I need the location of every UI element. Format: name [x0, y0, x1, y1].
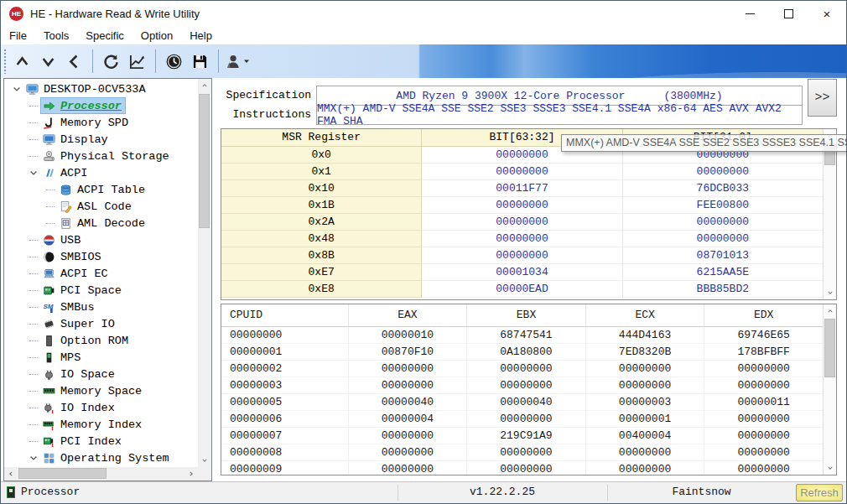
nav-back-button[interactable]: [61, 47, 87, 75]
menu-help[interactable]: Help: [181, 26, 221, 44]
scroll-right-icon[interactable]: [184, 467, 198, 481]
msr-row[interactable]: 0x8B0000000008701013: [221, 247, 823, 264]
cpuid-row[interactable]: 0000000900000000000000000000000000000000: [221, 461, 823, 475]
sidebar-item-label: MPS: [60, 351, 81, 364]
sidebar-item-acpi[interactable]: ACPI: [5, 164, 197, 181]
menu-file[interactable]: File: [1, 26, 35, 44]
sidebar-item-super-io[interactable]: Super IO: [5, 315, 197, 332]
scroll-up-icon[interactable]: [824, 304, 837, 318]
sidebar-item-operating-system[interactable]: Operating System: [5, 449, 197, 466]
scrollbar-thumb[interactable]: [18, 468, 107, 479]
sidebar-item-pci-space[interactable]: PCI Space: [5, 282, 197, 299]
expander-chevron-icon[interactable]: [27, 451, 40, 465]
mps-icon: [42, 351, 55, 364]
cpuid-row[interactable]: 0000000700000000219C91A90040000400000000: [221, 428, 823, 444]
cpuid-row[interactable]: 0000000800000000000000000000000000000000: [221, 444, 823, 461]
msr-row[interactable]: 0x1B00000000FEE00800: [221, 197, 823, 214]
nav-up-button[interactable]: [9, 47, 35, 75]
msr-vertical-scrollbar[interactable]: [823, 129, 836, 299]
sidebar-item-option-rom[interactable]: Option ROM: [5, 332, 197, 349]
sidebar-item-smbios[interactable]: SMBIOS: [5, 248, 197, 265]
msr-value-cell: 00000000: [422, 197, 622, 214]
sidebar-item-acpi-table[interactable]: ACPI Table: [5, 181, 197, 198]
cpuid-row[interactable]: 0000000600000004000000000000000100000000: [221, 411, 823, 428]
cpuid-value-cell: 00000000: [586, 361, 705, 377]
clock-button[interactable]: [161, 47, 187, 75]
sidebar-item-processor[interactable]: Processor: [5, 97, 197, 114]
cpuid-value-cell: 00000000: [704, 411, 823, 428]
menu-option[interactable]: Option: [133, 26, 181, 44]
title-bar[interactable]: HE HE - Hardware Read & Write Utility ×: [1, 1, 846, 26]
scrollbar-thumb[interactable]: [199, 94, 210, 228]
msr-header-msr-register: MSR Register: [221, 129, 422, 146]
cpuid-row[interactable]: 0000000200000000000000000000000000000000: [221, 361, 823, 377]
option-rom-icon: [42, 334, 55, 347]
close-button[interactable]: ×: [808, 1, 846, 26]
refresh-button[interactable]: Refresh: [796, 484, 843, 501]
menu-tools[interactable]: Tools: [35, 26, 77, 44]
cpuid-value-cell: 00000040: [349, 394, 468, 411]
msr-row[interactable]: 0x1000011F7776DCB033: [221, 180, 823, 197]
sidebar-item-io-index[interactable]: IIO Index: [5, 399, 197, 416]
pci-space-icon: [42, 283, 55, 297]
msr-row[interactable]: 0x480000000000000000: [221, 231, 823, 247]
msr-row[interactable]: 0xE800000EADBBB85BD2: [221, 281, 823, 298]
scroll-up-icon[interactable]: [198, 79, 211, 92]
smbios-icon: [42, 250, 55, 263]
cpuid-value-cell: 00000000: [704, 377, 823, 394]
menu-bar: File Tools Specific Option Help: [1, 26, 846, 44]
instruction-set-list: MMX(+) AMD-V SSE4A SSE SSE2 SSE3 SSSE3 S…: [317, 102, 802, 127]
sidebar-item-asl-code[interactable]: ASL Code: [5, 198, 197, 215]
cpuid-header-edx: EDX: [704, 304, 823, 326]
sidebar-item-io-space[interactable]: IO Space: [5, 366, 197, 382]
sidebar-panel: DESKTOP-0CV533AProcessorMemory SPDDispla…: [3, 78, 212, 481]
minimize-button[interactable]: [730, 1, 769, 26]
cpuid-value-cell: 00870F10: [349, 344, 468, 361]
sidebar-item-display[interactable]: Display: [5, 131, 197, 148]
scroll-down-icon[interactable]: [198, 454, 211, 467]
sidebar-item-smbus[interactable]: SMSMBus: [5, 299, 197, 315]
user-button[interactable]: [224, 47, 250, 75]
scroll-left-icon[interactable]: [4, 467, 18, 481]
tree-guide: [27, 401, 40, 414]
refresh-button[interactable]: [98, 47, 124, 75]
expand-details-button[interactable]: >>: [808, 79, 837, 117]
sidebar-item-usb[interactable]: USB: [5, 231, 197, 248]
sidebar-item-physical-storage[interactable]: Physical Storage: [5, 148, 197, 164]
line-chart-button[interactable]: [124, 47, 150, 75]
sidebar-item-aml-decode[interactable]: AML Decode: [5, 215, 197, 231]
sidebar-item-mps[interactable]: MPS: [5, 349, 197, 366]
cpuid-row[interactable]: 0000000100870F100A1808007ED8320B178BFBFF: [221, 344, 823, 361]
instructions-label: Instructions: [221, 105, 316, 125]
cpuid-row[interactable]: 000000000000001068747541444D416369746E65: [221, 327, 823, 344]
scroll-down-icon[interactable]: [824, 286, 837, 299]
sidebar-item-acpi-ec[interactable]: ACPI EC: [5, 265, 197, 282]
msr-value-cell: 00000000: [422, 247, 622, 264]
sidebar-item-memory-index[interactable]: IMemory Index: [5, 416, 197, 433]
caret-down-icon[interactable]: [242, 57, 251, 65]
cpuid-table: CPUIDEAXEBXECXEDX 0000000000000010687475…: [221, 304, 837, 475]
sidebar-horizontal-scrollbar[interactable]: [4, 467, 198, 481]
save-button[interactable]: [187, 47, 213, 75]
expander-chevron-icon[interactable]: [27, 166, 40, 179]
sidebar-item-label: Display: [60, 133, 108, 146]
io-index-icon: I: [42, 401, 55, 414]
sidebar-item-memory-spd[interactable]: Memory SPD: [5, 114, 197, 131]
cpuid-row[interactable]: 0000000300000000000000000000000000000000: [221, 377, 823, 394]
scroll-down-icon[interactable]: [824, 461, 837, 475]
msr-value-cell: 00000000: [422, 164, 622, 180]
menu-specific[interactable]: Specific: [77, 26, 133, 44]
nav-down-button[interactable]: [35, 47, 61, 75]
cpuid-vertical-scrollbar[interactable]: [823, 304, 836, 475]
msr-row[interactable]: 0xE7000010346215AA5E: [221, 264, 823, 281]
msr-row[interactable]: 0x2A0000000000000000: [221, 214, 823, 231]
cpuid-row[interactable]: 0000000500000040000000400000000300000011: [221, 394, 823, 411]
expander-chevron-icon[interactable]: [10, 82, 23, 96]
sidebar-item-desktop-0cv533a[interactable]: DESKTOP-0CV533A: [5, 81, 197, 97]
sidebar-vertical-scrollbar[interactable]: [198, 79, 211, 467]
maximize-button[interactable]: [769, 1, 808, 26]
sidebar-item-memory-space[interactable]: Memory Space: [5, 382, 197, 399]
sidebar-item-pci-index[interactable]: IPCI Index: [5, 433, 197, 449]
msr-row[interactable]: 0x10000000000000000: [221, 164, 823, 180]
scrollbar-thumb[interactable]: [824, 319, 835, 377]
